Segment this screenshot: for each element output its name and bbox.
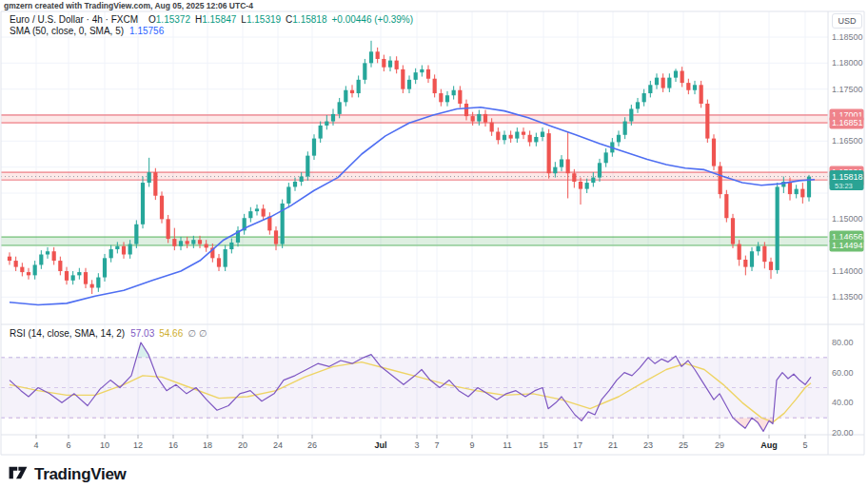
tradingview-logo-text: TradingView xyxy=(34,465,127,484)
candle-body xyxy=(738,244,741,260)
time-axis-label: 23 xyxy=(643,440,653,450)
candle-body xyxy=(503,135,506,140)
time-axis-label: 17 xyxy=(573,440,582,450)
candle-body xyxy=(167,219,170,239)
candle-body xyxy=(186,241,189,244)
bar-countdown: 53:23 xyxy=(835,182,853,190)
rsi-axis-label: 20.00 xyxy=(832,428,854,438)
candle-body xyxy=(46,251,49,254)
candle-body xyxy=(719,166,722,195)
candle-body xyxy=(77,272,81,275)
sma-value: 1.15756 xyxy=(129,26,164,36)
candle-body xyxy=(585,183,589,189)
candle-body xyxy=(20,267,24,272)
symbol-title: Euro / U.S. Dollar · 4h · FXCM xyxy=(10,14,138,25)
candle-body xyxy=(667,78,671,88)
candle-body xyxy=(788,182,792,194)
candle-body xyxy=(426,69,430,79)
candle-body xyxy=(623,122,627,135)
demand-zone[interactable] xyxy=(1,237,828,245)
time-axis-label: 29 xyxy=(715,440,724,450)
candle-body xyxy=(293,182,297,186)
candle-body xyxy=(636,102,640,108)
open-value: 1.15372 xyxy=(156,14,190,25)
candle-body xyxy=(464,104,468,116)
candle-body xyxy=(681,71,684,84)
rsi-axis-label: 40.00 xyxy=(832,398,854,407)
candle-body xyxy=(629,108,633,121)
candle-body xyxy=(363,63,366,79)
chart-canvas[interactable]: 1.185001.180001.175001.165001.150001.140… xyxy=(0,0,868,488)
candle-body xyxy=(71,275,75,280)
candle-body xyxy=(648,85,652,93)
candle-body xyxy=(205,244,208,248)
candle-body xyxy=(191,240,195,244)
symbol-legend[interactable]: Euro / U.S. Dollar · 4h · FXCMO1.15372H1… xyxy=(10,14,413,25)
candle-body xyxy=(179,241,183,245)
candle-body xyxy=(471,116,475,121)
rsi-axis[interactable]: 80.0060.0040.0020.00 xyxy=(832,338,854,438)
time-axis-label: 21 xyxy=(608,440,618,450)
candle-body xyxy=(724,194,728,218)
tradingview-logo-icon xyxy=(8,463,29,486)
supply-zone[interactable] xyxy=(1,172,828,180)
current-price-badge: 1.1581853:23 xyxy=(830,170,864,190)
time-axis-label: 16 xyxy=(168,440,178,450)
candle-body xyxy=(572,173,576,182)
candle-body xyxy=(757,246,760,251)
candle-body xyxy=(39,255,43,265)
price-level-badge-text: 1.16851 xyxy=(832,118,863,127)
rsi-value: 57.03 xyxy=(130,328,154,339)
candle-body xyxy=(376,51,380,59)
current-price-value: 1.15818 xyxy=(832,172,863,182)
candle-body xyxy=(433,79,437,93)
candle-body xyxy=(58,261,62,271)
candle-body xyxy=(33,264,37,275)
rsi-axis-label: 60.00 xyxy=(832,368,854,378)
candle-body xyxy=(591,178,595,183)
tradingview-logo[interactable]: TradingView xyxy=(8,463,127,486)
candle-body xyxy=(27,272,30,275)
candle-body xyxy=(65,271,69,281)
candle-body xyxy=(452,90,456,95)
candle-body xyxy=(661,78,665,88)
candle-body xyxy=(693,85,697,89)
candle-body xyxy=(458,90,462,104)
time-axis-label: 20 xyxy=(238,440,247,450)
candle-body xyxy=(153,172,157,196)
candle-body xyxy=(141,183,145,224)
candle-body xyxy=(534,137,538,142)
candle-body xyxy=(148,172,151,183)
candle-body xyxy=(229,243,233,249)
candle-body xyxy=(90,284,94,288)
candle-body xyxy=(300,177,304,182)
candle-body xyxy=(319,126,323,139)
candle-body xyxy=(483,114,487,123)
candle-body xyxy=(547,133,551,173)
currency-label[interactable]: USD xyxy=(832,13,862,29)
candle-body xyxy=(255,208,259,211)
rsi-label: RSI (14, close, SMA, 14, 2) xyxy=(10,328,125,339)
time-axis[interactable]: 4610121618202426Jul37911151721232529Aug5 xyxy=(33,435,807,450)
rsi-legend[interactable]: RSI (14, close, SMA, 14, 2)57.0354.66∅ ∅ xyxy=(10,328,207,339)
candle-body xyxy=(248,211,252,218)
sma-legend[interactable]: SMA (50, close, 0, SMA, 5)1.15756 xyxy=(10,26,164,36)
time-axis-label: 15 xyxy=(539,440,548,450)
candle-body xyxy=(528,135,532,143)
candle-body xyxy=(52,251,56,261)
candle-body xyxy=(96,278,100,288)
candle-body xyxy=(509,135,513,139)
tradingview-chart-window: gmzern created with TradingView.com, Aug… xyxy=(0,0,868,488)
sma50-line xyxy=(10,107,815,305)
rsi-pane[interactable] xyxy=(1,342,828,431)
candle-body xyxy=(674,71,678,78)
price-level-badge-text: 1.14494 xyxy=(832,241,863,250)
candle-body xyxy=(686,83,690,90)
candle-body xyxy=(541,131,544,136)
candle-body xyxy=(800,189,804,198)
candle-body xyxy=(490,123,494,132)
candle-body xyxy=(395,61,399,69)
candle-body xyxy=(14,261,18,267)
candle-body xyxy=(515,131,519,138)
candle-body xyxy=(700,85,703,104)
